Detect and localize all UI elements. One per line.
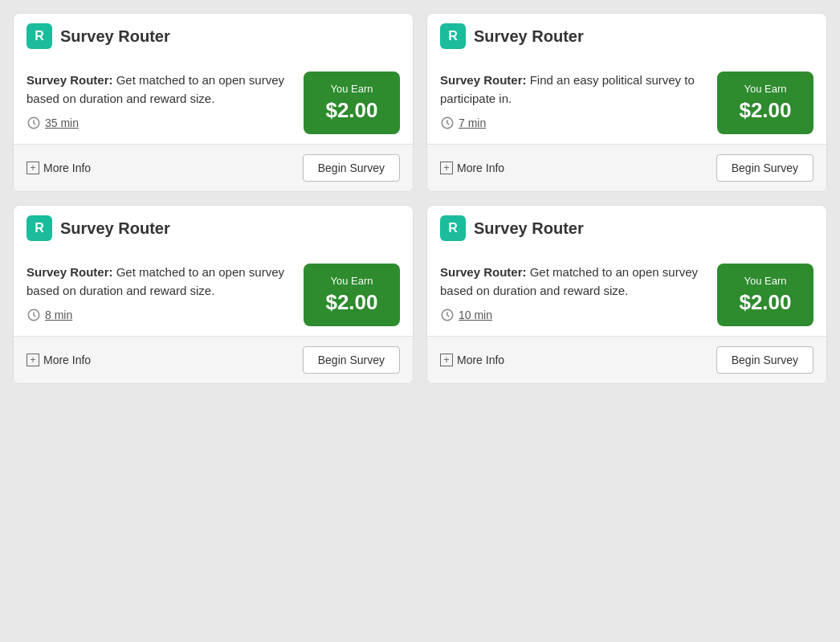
card-footer-2: + More Info Begin Survey [427,144,826,191]
begin-survey-button-4[interactable]: Begin Survey [716,346,813,374]
earn-label-4: You Earn [744,275,786,287]
card-description-3: Survey Router: Get matched to an open su… [27,264,291,322]
plus-icon-3: + [27,354,39,366]
card-text-3: Survey Router: Get matched to an open su… [27,264,291,300]
time-info-4: 10 min [440,308,704,322]
earn-box-2: You Earn $2.00 [717,72,813,134]
time-info-2: 7 min [440,116,704,130]
survey-card-1: R Survey Router Survey Router: Get match… [13,13,414,192]
clock-icon-4 [440,308,455,322]
earn-label-1: You Earn [330,83,373,95]
more-info-button-2[interactable]: + More Info [440,162,504,174]
card-footer-1: + More Info Begin Survey [14,144,413,191]
survey-card-3: R Survey Router Survey Router: Get match… [13,205,414,384]
clock-icon-1 [27,116,41,130]
begin-survey-button-3[interactable]: Begin Survey [303,346,400,374]
time-value-2: 7 min [459,117,486,129]
time-value-1: 35 min [45,117,79,129]
card-description-1: Survey Router: Get matched to an open su… [27,72,291,130]
plus-icon-2: + [440,162,453,174]
card-text-2: Survey Router: Find an easy political su… [440,72,704,108]
earn-label-2: You Earn [744,83,786,95]
card-title-4: Survey Router [474,219,584,238]
survey-cards-grid: R Survey Router Survey Router: Get match… [13,13,827,384]
card-body-1: Survey Router: Get matched to an open su… [14,59,413,144]
more-info-button-3[interactable]: + More Info [27,354,91,366]
time-info-3: 8 min [27,308,291,322]
more-info-label-4: More Info [457,354,504,366]
time-info-1: 35 min [27,116,291,130]
survey-card-2: R Survey Router Survey Router: Find an e… [426,13,827,192]
more-info-label-2: More Info [457,162,504,174]
card-header-2: R Survey Router [427,14,826,59]
earn-label-3: You Earn [330,275,373,287]
earn-amount-2: $2.00 [739,98,791,123]
earn-amount-1: $2.00 [325,98,377,123]
earn-box-4: You Earn $2.00 [717,264,813,326]
card-header-3: R Survey Router [14,206,413,251]
card-body-3: Survey Router: Get matched to an open su… [14,251,413,336]
clock-icon-2 [440,116,455,130]
card-footer-3: + More Info Begin Survey [14,336,413,383]
more-info-button-4[interactable]: + More Info [440,354,504,366]
clock-icon-3 [27,308,41,322]
card-header-1: R Survey Router [14,14,413,59]
begin-survey-button-1[interactable]: Begin Survey [303,154,400,182]
card-text-4: Survey Router: Get matched to an open su… [440,264,704,300]
card-text-1: Survey Router: Get matched to an open su… [27,72,291,108]
more-info-label-3: More Info [43,354,91,366]
earn-box-1: You Earn $2.00 [304,72,400,134]
plus-icon-1: + [27,162,39,174]
card-description-2: Survey Router: Find an easy political su… [440,72,704,130]
survey-card-4: R Survey Router Survey Router: Get match… [426,205,827,384]
card-footer-4: + More Info Begin Survey [427,336,826,383]
earn-amount-3: $2.00 [325,290,377,315]
time-value-3: 8 min [45,309,72,321]
time-value-4: 10 min [459,309,492,321]
brand-icon-2: R [440,23,466,49]
card-description-4: Survey Router: Get matched to an open su… [440,264,704,322]
card-body-4: Survey Router: Get matched to an open su… [427,251,826,336]
brand-icon-3: R [27,215,52,241]
card-title-2: Survey Router [474,27,584,46]
earn-amount-4: $2.00 [739,290,791,315]
brand-icon-1: R [27,23,52,49]
more-info-button-1[interactable]: + More Info [27,162,91,174]
more-info-label-1: More Info [43,162,91,174]
card-title-1: Survey Router [60,27,170,46]
plus-icon-4: + [440,354,453,366]
brand-icon-4: R [440,215,466,241]
earn-box-3: You Earn $2.00 [304,264,400,326]
card-title-3: Survey Router [60,219,170,238]
card-header-4: R Survey Router [427,206,826,251]
card-body-2: Survey Router: Find an easy political su… [427,59,826,144]
begin-survey-button-2[interactable]: Begin Survey [716,154,813,182]
